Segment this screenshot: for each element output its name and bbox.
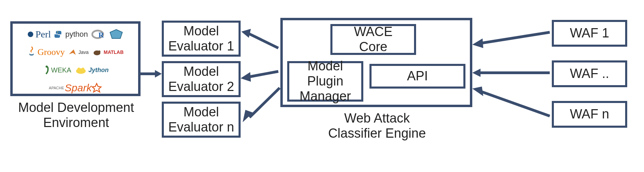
model-dev-env-label: Model DevelopmentEnviroment [8,100,145,130]
model-plugin-manager-box: ModelPluginManager [287,61,363,102]
arrow-mde-to-evaluators [141,69,162,79]
svg-marker-17 [241,72,251,82]
svg-marker-15 [241,29,251,38]
svg-line-16 [249,71,278,77]
svg-point-9 [77,68,80,70]
svg-point-6 [98,50,100,53]
waf-2-box: WAF .. [552,60,627,87]
arrow-waf1-to-wace [472,27,552,48]
svg-line-24 [481,91,550,116]
svg-marker-11 [92,83,101,92]
svg-point-7 [46,66,48,68]
svg-point-10 [82,68,84,70]
arrow-wafn-to-wace [472,86,552,120]
jython-logo: WEKA [42,62,71,78]
svg-marker-25 [472,87,483,96]
wace-label: Web AttackClassifier Engine [291,111,463,141]
waf-1-box: WAF 1 [552,20,627,47]
arrow-wace-to-evaln [241,86,282,124]
model-evaluator-n-box: ModelEvaluator n [162,102,241,138]
svg-point-1 [57,32,58,32]
hadoop-logo: Jython [75,62,109,78]
model-evaluator-1-box: ModelEvaluator 1 [162,21,241,57]
svg-line-18 [250,88,280,117]
svg-line-20 [481,32,550,43]
python-logo: python [54,26,88,42]
svg-marker-13 [155,70,162,78]
groovy-logo [109,26,124,42]
perl-logo: Perl [27,26,51,42]
svg-marker-23 [472,69,481,77]
svg-text:R: R [98,31,104,39]
model-evaluator-2-box: ModelEvaluator 2 [162,61,241,97]
java-logo: Groovy [27,44,64,60]
arrow-waf2-to-wace [472,66,552,80]
arrow-wace-to-eval2 [241,69,280,82]
svg-marker-21 [472,38,483,48]
svg-line-14 [249,34,278,48]
matlab-logo: Java [68,44,89,60]
svg-point-0 [28,32,33,37]
r-logo: R [92,26,105,42]
wace-core-box: WACECore [330,24,416,55]
arrow-wace-to-eval1 [241,27,280,51]
weka-logo: MATLAB [92,44,123,60]
api-box: API [369,64,465,89]
model-dev-env-box: Perl python R Groovy Java MATLAB WEKA Jy… [10,21,141,96]
svg-marker-4 [110,30,122,38]
waf-n-box: WAF n [552,101,627,128]
spark-logo: APACHE Spark [49,80,102,96]
